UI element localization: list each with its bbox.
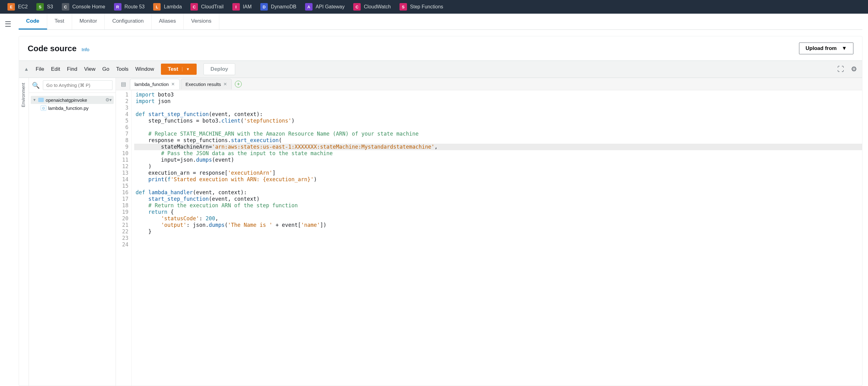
code-line[interactable]: import boto3 [134, 92, 862, 98]
tab-aliases[interactable]: Aliases [152, 14, 184, 30]
code-line[interactable]: ) [134, 163, 862, 170]
service-icon: S [36, 3, 44, 10]
service-link-ec2[interactable]: EEC2 [7, 3, 28, 10]
go-to-anything-input[interactable] [43, 80, 113, 90]
code-line[interactable]: 'statusCode': 200, [134, 215, 862, 222]
code-line[interactable] [134, 124, 862, 131]
code-line[interactable]: execution_arn = response['executionArn'] [134, 170, 862, 176]
editor-tab-row: ▤ lambda_function✕Execution results✕ + [116, 78, 862, 90]
code-line[interactable]: def start_step_function(event, context): [134, 111, 862, 117]
code-line[interactable] [134, 105, 862, 111]
menu-file[interactable]: File [36, 66, 44, 72]
menu-edit[interactable]: Edit [51, 66, 60, 72]
code-line[interactable]: # Pass the JSON data as the input to the… [134, 150, 862, 157]
title-text: Code source [28, 44, 77, 54]
test-button[interactable]: Test ▼ [161, 64, 197, 75]
service-icon: E [7, 3, 15, 10]
gear-icon[interactable]: ⚙ [851, 65, 857, 73]
editor-tab-lambda_function[interactable]: lambda_function✕ [130, 79, 180, 90]
code-line[interactable]: print(f'Started execution with ARN: {exe… [134, 176, 862, 183]
folder-gear-icon[interactable]: ⚙▾ [105, 97, 112, 103]
service-icon: S [400, 3, 407, 10]
card-header: Code source Info Upload from ▼ [19, 36, 862, 61]
service-icon: R [114, 3, 121, 10]
test-caret-icon[interactable]: ▼ [182, 67, 190, 71]
code-line[interactable]: import json [134, 98, 862, 105]
ide-left-rail: Environment [19, 78, 29, 386]
service-link-cloudtrail[interactable]: CCloudTrail [190, 3, 223, 10]
file-name: lambda_function.py [48, 105, 112, 111]
search-icon[interactable]: 🔍 [32, 81, 40, 89]
folder-icon [38, 98, 44, 102]
service-link-lambda[interactable]: LLambda [153, 3, 182, 10]
upload-from-button[interactable]: Upload from ▼ [799, 42, 854, 54]
service-link-cloudwatch[interactable]: CCloudWatch [353, 3, 391, 10]
service-link-route-53[interactable]: RRoute 53 [114, 3, 145, 10]
service-label: CloudTrail [201, 4, 223, 10]
code-line[interactable]: stateMachineArn='arn:aws:states:us-east-… [134, 144, 862, 150]
code-line[interactable]: } [134, 229, 862, 235]
code-lines[interactable]: import boto3import jsondef start_step_fu… [132, 90, 862, 386]
service-link-console-home[interactable]: CConsole Home [62, 3, 105, 10]
service-label: Step Functions [410, 4, 443, 10]
code-line[interactable] [134, 241, 862, 248]
code-line[interactable]: 'output': json.dumps('The Name is ' + ev… [134, 222, 862, 229]
service-link-s3[interactable]: SS3 [36, 3, 53, 10]
chevron-down-icon: ▼ [33, 98, 36, 102]
tab-test[interactable]: Test [47, 14, 72, 30]
close-icon[interactable]: ✕ [223, 81, 227, 86]
menu-view[interactable]: View [84, 66, 96, 72]
service-icon: L [153, 3, 161, 10]
collapse-arrow-icon[interactable]: ▲ [24, 66, 29, 72]
code-line[interactable]: # Replace STATE_MACHINE_ARN with the Ama… [134, 131, 862, 137]
tree-file[interactable]: ⟨⟩ lambda_function.py [31, 104, 114, 112]
code-line[interactable]: step_functions = boto3.client('stepfunct… [134, 117, 862, 124]
service-link-iam[interactable]: IIAM [232, 3, 252, 10]
service-label: EC2 [18, 4, 28, 10]
service-label: Route 53 [125, 4, 145, 10]
new-tab-button[interactable]: + [235, 81, 242, 87]
folder-name: openaichatgpinvoke [46, 98, 103, 103]
service-label: IAM [243, 4, 252, 10]
menu-tools[interactable]: Tools [116, 66, 129, 72]
page-title: Code source Info [28, 44, 90, 54]
environment-label[interactable]: Environment [19, 78, 28, 112]
go-to-anything: 🔍 [29, 78, 116, 93]
service-label: DynamoDB [271, 4, 297, 10]
menu-window[interactable]: Window [135, 66, 154, 72]
code-line[interactable]: return { [134, 209, 862, 215]
service-label: CloudWatch [364, 4, 391, 10]
file-tree: ▼ openaichatgpinvoke ⚙▾ ⟨⟩ lambda_functi… [29, 93, 116, 115]
code-line[interactable]: # Return the execution ARN of the step f… [134, 202, 862, 209]
code-line[interactable]: def lambda_handler(event, context): [134, 189, 862, 196]
code-line[interactable]: response = step_functions.start_executio… [134, 137, 862, 144]
service-link-api-gateway[interactable]: AAPI Gateway [305, 3, 344, 10]
code-line[interactable]: start_step_function(event, context) [134, 196, 862, 202]
service-label: Lambda [164, 4, 182, 10]
line-gutter: 123456789101112131415161718192021222324 [116, 90, 132, 386]
code-editor[interactable]: 123456789101112131415161718192021222324 … [116, 90, 862, 386]
tab-configuration[interactable]: Configuration [105, 14, 151, 30]
service-icon: I [232, 3, 240, 10]
code-line[interactable] [134, 235, 862, 241]
service-link-dynamodb[interactable]: DDynamoDB [260, 3, 297, 10]
code-line[interactable]: input=json.dumps(event) [134, 157, 862, 163]
tree-folder[interactable]: ▼ openaichatgpinvoke ⚙▾ [31, 96, 114, 104]
info-link[interactable]: Info [82, 47, 90, 52]
toggle-panes-icon[interactable]: ▤ [118, 81, 129, 87]
hamburger-icon[interactable]: ☰ [5, 20, 11, 28]
deploy-button[interactable]: Deploy [204, 63, 236, 75]
page: CodeTestMonitorConfigurationAliasesVersi… [16, 14, 868, 386]
code-line[interactable] [134, 183, 862, 189]
fullscreen-icon[interactable]: ⛶ [837, 65, 844, 73]
tab-versions[interactable]: Versions [184, 14, 219, 30]
menu-find[interactable]: Find [67, 66, 78, 72]
close-icon[interactable]: ✕ [171, 81, 175, 86]
menu-go[interactable]: Go [102, 66, 110, 72]
main: ☰ CodeTestMonitorConfigurationAliasesVer… [0, 14, 868, 386]
service-link-step-functions[interactable]: SStep Functions [400, 3, 443, 10]
editor-tab-execution-results[interactable]: Execution results✕ [181, 79, 232, 90]
tab-monitor[interactable]: Monitor [72, 14, 105, 30]
tab-code[interactable]: Code [19, 14, 47, 30]
ide-toolbar: ▲ FileEditFindViewGoToolsWindow Test ▼ D… [19, 61, 862, 78]
